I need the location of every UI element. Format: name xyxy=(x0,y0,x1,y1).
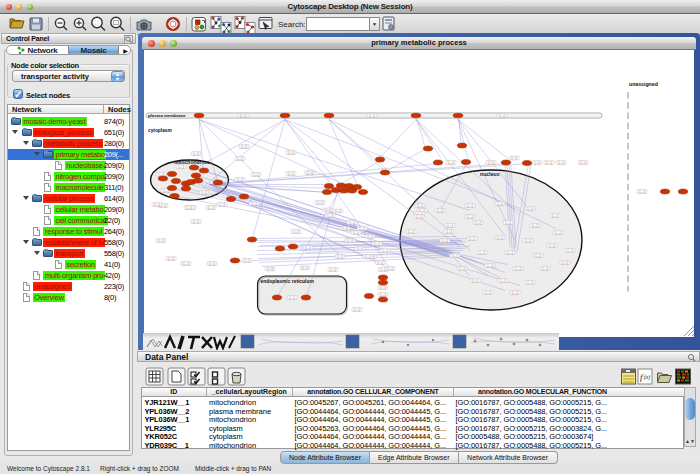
svg-text:[....]: [....] xyxy=(437,208,442,212)
svg-text:[....]: [....] xyxy=(567,248,572,252)
svg-text:[....]: [....] xyxy=(154,202,159,206)
svg-text:[....]: [....] xyxy=(237,156,242,160)
svg-text:nucleus: nucleus xyxy=(480,170,500,176)
svg-text:[....]: [....] xyxy=(193,219,198,223)
svg-text:[....]: [....] xyxy=(558,160,563,164)
svg-text:[....]: [....] xyxy=(546,160,551,164)
svg-text:[....]: [....] xyxy=(317,200,322,204)
svg-text:[....]: [....] xyxy=(369,113,374,117)
svg-text:[....]: [....] xyxy=(240,113,245,117)
svg-text:[....]: [....] xyxy=(342,226,347,230)
svg-text:[....]: [....] xyxy=(241,144,246,148)
svg-text:[....]: [....] xyxy=(515,266,520,270)
svg-text:[....]: [....] xyxy=(335,209,340,213)
svg-text:[....]: [....] xyxy=(527,280,532,284)
svg-text:[....]: [....] xyxy=(488,160,493,164)
svg-text:[....]: [....] xyxy=(244,258,249,262)
svg-text:[....]: [....] xyxy=(288,150,293,154)
svg-text:[....]: [....] xyxy=(532,223,537,227)
svg-text:cytoplasm: cytoplasm xyxy=(148,127,172,132)
svg-text:[....]: [....] xyxy=(251,201,256,205)
svg-text:[....]: [....] xyxy=(330,267,335,271)
svg-text:[....]: [....] xyxy=(158,238,163,242)
svg-text:[....]: [....] xyxy=(479,250,484,254)
svg-text:[....]: [....] xyxy=(367,234,372,238)
svg-text:[....]: [....] xyxy=(525,238,530,242)
svg-text:[....]: [....] xyxy=(359,226,364,230)
svg-text:[....]: [....] xyxy=(387,266,392,270)
svg-text:[....]: [....] xyxy=(219,202,224,206)
svg-text:[....]: [....] xyxy=(382,248,387,252)
svg-text:[....]: [....] xyxy=(497,235,502,239)
svg-text:(x): (x) xyxy=(644,374,650,381)
svg-text:[....]: [....] xyxy=(475,220,480,224)
svg-text:[....]: [....] xyxy=(535,253,540,257)
svg-text:[....]: [....] xyxy=(354,307,359,311)
svg-text:[....]: [....] xyxy=(186,205,191,209)
svg-text:plasma membrane: plasma membrane xyxy=(148,113,186,118)
svg-text:[....]: [....] xyxy=(549,243,554,247)
svg-text:[....]: [....] xyxy=(452,253,457,257)
svg-text:[....]: [....] xyxy=(380,285,385,289)
svg-text:[....]: [....] xyxy=(347,238,352,242)
svg-text:[....]: [....] xyxy=(353,230,358,234)
svg-text:[....]: [....] xyxy=(374,241,379,245)
svg-text:[....]: [....] xyxy=(178,164,183,168)
svg-text:[....]: [....] xyxy=(253,172,258,176)
svg-text:[....]: [....] xyxy=(542,266,547,270)
svg-text:[....]: [....] xyxy=(507,250,512,254)
svg-text:[....]: [....] xyxy=(527,206,532,210)
svg-text:[....]: [....] xyxy=(193,151,198,155)
svg-text:[....]: [....] xyxy=(307,170,312,174)
svg-text:[....]: [....] xyxy=(446,229,451,233)
svg-text:[....]: [....] xyxy=(357,246,362,250)
svg-text:[....]: [....] xyxy=(467,203,472,207)
svg-text:[....]: [....] xyxy=(639,189,644,193)
svg-text:[....]: [....] xyxy=(511,156,516,160)
svg-text:[....]: [....] xyxy=(201,190,206,194)
svg-text:[....]: [....] xyxy=(534,160,539,164)
svg-text:[....]: [....] xyxy=(302,266,307,270)
svg-text:[....]: [....] xyxy=(487,263,492,267)
svg-text:[....]: [....] xyxy=(485,290,490,294)
svg-text:unassigned: unassigned xyxy=(629,81,658,87)
svg-text:[....]: [....] xyxy=(380,292,385,296)
svg-text:[....]: [....] xyxy=(500,278,505,282)
svg-text:[....]: [....] xyxy=(183,261,188,265)
svg-text:[....]: [....] xyxy=(365,254,370,258)
svg-text:[....]: [....] xyxy=(459,266,464,270)
svg-text:[....]: [....] xyxy=(505,220,510,224)
svg-text:[....]: [....] xyxy=(447,223,452,227)
svg-text:[....]: [....] xyxy=(349,220,354,224)
svg-text:[....]: [....] xyxy=(168,256,173,260)
svg-text:[....]: [....] xyxy=(305,245,310,249)
svg-text:[....]: [....] xyxy=(408,229,413,233)
svg-text:[....]: [....] xyxy=(467,214,472,218)
svg-text:[....]: [....] xyxy=(416,214,421,218)
svg-text:[....]: [....] xyxy=(497,201,502,205)
svg-text:[....]: [....] xyxy=(469,236,474,240)
svg-text:[....]: [....] xyxy=(472,278,477,282)
svg-text:[....]: [....] xyxy=(562,260,567,264)
svg-text:[....]: [....] xyxy=(267,267,272,271)
svg-text:[....]: [....] xyxy=(555,230,560,234)
svg-text:[....]: [....] xyxy=(499,113,504,117)
svg-text:[....]: [....] xyxy=(417,203,422,207)
svg-text:[....]: [....] xyxy=(293,229,298,233)
svg-text:[....]: [....] xyxy=(325,208,330,212)
svg-text:[....]: [....] xyxy=(209,261,214,265)
svg-text:[....]: [....] xyxy=(442,238,447,242)
svg-text:[....]: [....] xyxy=(512,290,517,294)
svg-text:[....]: [....] xyxy=(208,205,213,209)
svg-text:[....]: [....] xyxy=(289,295,294,299)
svg-text:[....]: [....] xyxy=(448,160,453,164)
svg-text:[....]: [....] xyxy=(377,260,382,264)
svg-text:[....]: [....] xyxy=(337,254,342,258)
svg-text:[....]: [....] xyxy=(288,171,293,175)
svg-text:[....]: [....] xyxy=(580,160,585,164)
svg-text:[....]: [....] xyxy=(327,213,332,217)
svg-text:[....]: [....] xyxy=(552,213,557,217)
svg-text:[....]: [....] xyxy=(237,177,242,181)
